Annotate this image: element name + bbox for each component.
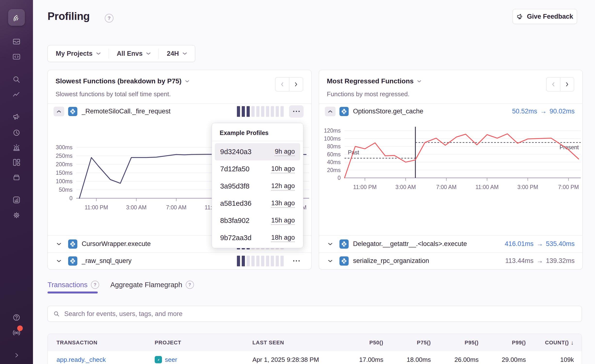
profile-age[interactable]: 18h ago — [271, 234, 295, 242]
chevron-down-icon — [57, 243, 61, 245]
python-platform-icon — [339, 239, 349, 249]
collapse-button[interactable] — [325, 107, 336, 116]
function-name[interactable]: _raw_snql_query — [82, 257, 132, 265]
function-name[interactable]: _RemoteSiloCall._fire_request — [82, 108, 170, 115]
previous-page-button[interactable] — [275, 77, 289, 91]
profile-id[interactable]: 3a95d3f8 — [220, 182, 249, 190]
svg-text:100ms: 100ms — [56, 178, 72, 184]
tab-transactions[interactable]: Transactions ? — [48, 281, 99, 289]
next-page-button[interactable] — [560, 77, 574, 91]
chevron-up-icon — [328, 110, 332, 113]
profile-item[interactable]: 3a95d3f8 12h ago — [215, 178, 300, 195]
function-row[interactable]: _RemoteSiloCall._fire_request — [48, 103, 311, 119]
table-row[interactable]: app.ready._check seer Apr 1, 2025 9:28:3… — [48, 351, 582, 364]
sidebar-item-explore[interactable] — [11, 51, 22, 62]
expand-button[interactable] — [54, 243, 64, 245]
chevron-down-icon — [328, 243, 332, 245]
sidebar-item-alerts[interactable] — [11, 142, 22, 153]
profile-id[interactable]: a581ed36 — [220, 199, 251, 207]
col-p95[interactable]: P95() — [465, 334, 479, 351]
slowest-functions-title[interactable]: Slowest Functions (breakdown by P75) — [56, 77, 189, 85]
profile-age[interactable]: 13h ago — [271, 199, 295, 208]
col-p99[interactable]: P99() — [512, 334, 526, 351]
p99-cell: 29.00ms — [502, 351, 526, 364]
profiling-page: Profiling ? Give Feedback My Projects Al… — [0, 0, 595, 364]
date-range-filter[interactable]: 24H — [159, 45, 195, 62]
regression-delta[interactable]: 416.01ms → 535.40ms — [505, 240, 575, 248]
project-cell[interactable]: seer — [155, 351, 177, 364]
question-circle-icon[interactable]: ? — [91, 281, 99, 289]
svg-text:11:00 AM: 11:00 AM — [475, 184, 499, 190]
function-name[interactable]: CursorWrapper.execute — [82, 240, 151, 248]
question-circle-icon[interactable]: ? — [186, 281, 194, 289]
expand-button[interactable] — [54, 260, 64, 262]
function-row[interactable]: OptionsStore.get_cache 50.52ms → 90.02ms — [319, 103, 582, 119]
profile-id[interactable]: 8b3fa902 — [220, 217, 249, 225]
profile-item[interactable]: a581ed36 13h ago — [215, 195, 300, 212]
svg-text:50ms: 50ms — [59, 187, 72, 193]
profile-age[interactable]: 10h ago — [271, 165, 295, 173]
tab-aggregate-flamegraph[interactable]: Aggregate Flamegraph ? — [110, 281, 194, 289]
profiles-menu-button[interactable] — [289, 105, 304, 118]
function-name[interactable]: serialize_rpc_organization — [353, 257, 429, 265]
profile-age[interactable]: 12h ago — [271, 182, 295, 190]
profiles-menu-button[interactable] — [289, 255, 304, 267]
last-seen-cell: Apr 1, 2025 9:28:38 PM — [252, 351, 319, 364]
profile-item[interactable]: 8b3fa902 15h ago — [215, 212, 300, 229]
sidebar-item-dashboards[interactable] — [11, 157, 22, 168]
python-platform-icon — [339, 107, 349, 116]
sentry-logo[interactable] — [8, 9, 25, 26]
most-regressed-title[interactable]: Most Regressed Functions — [327, 77, 421, 85]
sidebar-item-issues[interactable] — [11, 36, 22, 47]
col-count-sorted[interactable]: COUNT() ↓ — [545, 334, 574, 351]
expand-button[interactable] — [325, 260, 336, 262]
sidebar-item-releases[interactable] — [11, 172, 22, 183]
give-feedback-button[interactable]: Give Feedback — [513, 9, 577, 24]
profile-item[interactable]: 9d3240a3 9h ago — [215, 143, 300, 160]
function-row[interactable]: serialize_rpc_organization 113.44ms → 13… — [319, 252, 582, 269]
profile-id[interactable]: 9d3240a3 — [220, 148, 251, 156]
page-title: Profiling — [48, 10, 90, 22]
profile-age[interactable]: 9h ago — [275, 148, 295, 156]
search-bar[interactable] — [48, 306, 582, 322]
sidebar-item-help[interactable] — [11, 312, 22, 323]
previous-page-button[interactable] — [546, 77, 560, 91]
chevron-down-icon — [146, 52, 151, 55]
project-filter[interactable]: My Projects — [48, 45, 109, 62]
profile-age[interactable]: 15h ago — [271, 217, 295, 225]
function-row[interactable]: Delegator.__getattr__.<locals>.execute 4… — [319, 235, 582, 252]
col-project[interactable]: PROJECT — [155, 334, 181, 351]
function-row[interactable]: _raw_snql_query — [48, 252, 311, 269]
col-p50[interactable]: P50() — [369, 334, 383, 351]
profile-id[interactable]: 7d12fa50 — [220, 165, 249, 173]
regression-delta[interactable]: 113.44ms → 139.32ms — [505, 257, 575, 265]
col-p75[interactable]: P75() — [417, 334, 431, 351]
profile-item[interactable]: 7d12fa50 10h ago — [215, 160, 300, 178]
card-title-label: Slowest Functions (breakdown by P75) — [56, 77, 182, 85]
expand-button[interactable] — [325, 243, 336, 245]
project-link[interactable]: seer — [165, 356, 177, 364]
next-page-button[interactable] — [289, 77, 303, 91]
sidebar-item-performance[interactable] — [11, 89, 22, 100]
sidebar-item-feedback[interactable] — [11, 111, 22, 122]
function-name[interactable]: OptionsStore.get_cache — [353, 108, 423, 115]
sidebar-item-whats-new[interactable] — [11, 327, 22, 338]
sidebar-item-search[interactable] — [11, 74, 22, 85]
profile-item[interactable]: 9b72aa3d 18h ago — [215, 229, 300, 246]
sidebar-item-replays[interactable] — [11, 127, 22, 138]
profile-id[interactable]: 9b72aa3d — [220, 234, 251, 242]
function-name[interactable]: Delegator.__getattr__.<locals>.execute — [353, 240, 467, 248]
regression-delta[interactable]: 50.52ms → 90.02ms — [512, 108, 575, 115]
collapse-button[interactable] — [54, 107, 64, 116]
col-transaction[interactable]: TRANSACTION — [56, 334, 97, 351]
svg-text:3:00 AM: 3:00 AM — [126, 204, 146, 211]
svg-text:7:00 AM: 7:00 AM — [166, 204, 186, 211]
sidebar-item-settings[interactable] — [11, 210, 22, 221]
sidebar-item-stats[interactable] — [11, 195, 22, 205]
search-input[interactable] — [64, 310, 576, 318]
col-last-seen[interactable]: LAST SEEN — [252, 334, 284, 351]
page-help-icon[interactable]: ? — [105, 14, 113, 23]
environment-filter[interactable]: All Envs — [109, 45, 159, 62]
transaction-link[interactable]: app.ready._check — [56, 351, 106, 364]
sidebar-collapse-toggle[interactable] — [11, 350, 22, 361]
